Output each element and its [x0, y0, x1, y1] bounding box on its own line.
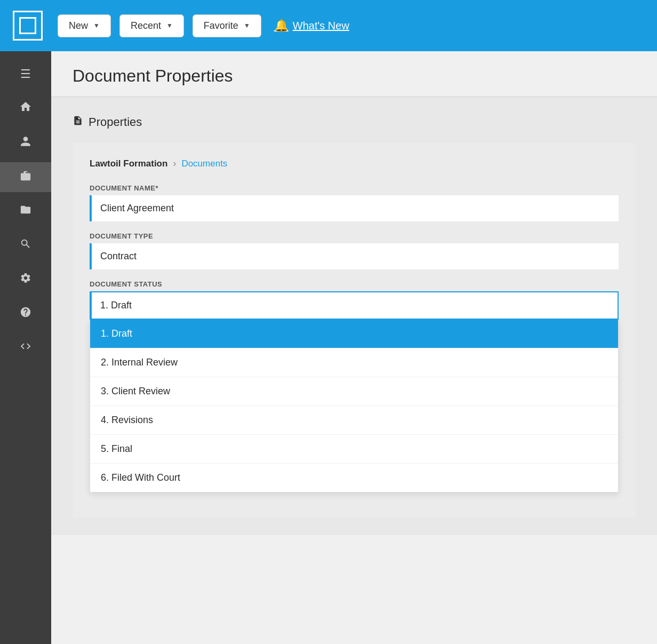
search-icon [20, 238, 31, 253]
status-option-draft[interactable]: 1. Draft [90, 320, 618, 348]
document-status-label: DOCUMENT STATUS [90, 280, 619, 288]
recent-button[interactable]: Recent ▼ [119, 14, 184, 37]
sidebar: ☰ [0, 51, 51, 644]
status-option-final-label: 5. Final [101, 443, 132, 454]
help-icon [20, 306, 31, 321]
sidebar-item-menu[interactable]: ☰ [0, 60, 51, 89]
sidebar-item-settings[interactable] [0, 265, 51, 295]
status-option-client-review[interactable]: 3. Client Review [90, 377, 618, 406]
status-option-draft-label: 1. Draft [101, 328, 132, 339]
document-name-field-group: DOCUMENT NAME* [90, 184, 619, 221]
page-header: Document Properties [51, 51, 657, 97]
topbar: New ▼ Recent ▼ Favorite ▼ 🔔 What's New [0, 0, 657, 51]
status-option-client-review-label: 3. Client Review [101, 386, 170, 396]
folder-icon [20, 204, 31, 219]
status-option-filed[interactable]: 6. Filed With Court [90, 463, 618, 492]
status-option-internal-review-label: 2. Internal Review [101, 357, 178, 368]
document-type-field-group: DOCUMENT TYPE [90, 232, 619, 269]
briefcase-icon [20, 170, 31, 185]
bell-icon: 🔔 [274, 19, 289, 33]
logo [13, 11, 43, 41]
whats-new-label: What's New [293, 20, 349, 32]
document-status-input[interactable] [90, 291, 619, 320]
breadcrumb-documents-link[interactable]: Documents [181, 158, 227, 169]
document-name-input[interactable] [90, 195, 619, 221]
new-label: New [69, 20, 88, 31]
document-status-dropdown: 1. Draft 2. Internal Review 3. Client Re… [90, 320, 619, 492]
breadcrumb: Lawtoil Formation › Documents [90, 158, 619, 169]
logo-inner [19, 17, 36, 34]
sidebar-item-user[interactable] [0, 128, 51, 158]
sidebar-item-briefcase[interactable] [0, 162, 51, 192]
document-type-label: DOCUMENT TYPE [90, 232, 619, 240]
form-card: Lawtoil Formation › Documents DOCUMENT N… [73, 143, 636, 518]
favorite-chevron-icon: ▼ [244, 22, 250, 29]
status-option-internal-review[interactable]: 2. Internal Review [90, 348, 618, 377]
favorite-label: Favorite [204, 20, 238, 31]
properties-section-header: Properties [73, 114, 636, 130]
sidebar-item-help[interactable] [0, 299, 51, 329]
document-icon [73, 114, 83, 130]
properties-label: Properties [89, 115, 142, 129]
gear-icon [20, 272, 31, 287]
sidebar-item-folder[interactable] [0, 196, 51, 226]
user-icon [20, 136, 31, 150]
page-title: Document Properties [73, 66, 636, 86]
sidebar-item-search[interactable] [0, 230, 51, 260]
status-option-revisions-label: 4. Revisions [101, 415, 153, 425]
recent-label: Recent [131, 20, 161, 31]
main-layout: ☰ [0, 51, 657, 644]
favorite-button[interactable]: Favorite ▼ [193, 14, 261, 37]
recent-chevron-icon: ▼ [166, 22, 173, 29]
document-type-input[interactable] [90, 243, 619, 269]
document-status-field-group: DOCUMENT STATUS 1. Draft 2. Internal Rev… [90, 280, 619, 492]
form-container: Properties Lawtoil Formation › Documents… [51, 97, 657, 535]
status-option-revisions[interactable]: 4. Revisions [90, 406, 618, 434]
status-option-final[interactable]: 5. Final [90, 434, 618, 463]
breadcrumb-home: Lawtoil Formation [90, 158, 167, 169]
whats-new-link[interactable]: 🔔 What's New [274, 19, 349, 33]
code-icon [20, 340, 31, 355]
sidebar-item-home[interactable] [0, 93, 51, 124]
status-option-filed-label: 6. Filed With Court [101, 472, 180, 483]
menu-icon: ☰ [20, 67, 31, 81]
home-icon [19, 100, 32, 116]
content-area: Document Properties Properties Lawtoil F… [51, 51, 657, 644]
document-name-label: DOCUMENT NAME* [90, 184, 619, 192]
sidebar-item-code[interactable] [0, 333, 51, 363]
new-button[interactable]: New ▼ [58, 14, 111, 37]
breadcrumb-separator: › [173, 158, 176, 169]
new-chevron-icon: ▼ [93, 22, 100, 29]
